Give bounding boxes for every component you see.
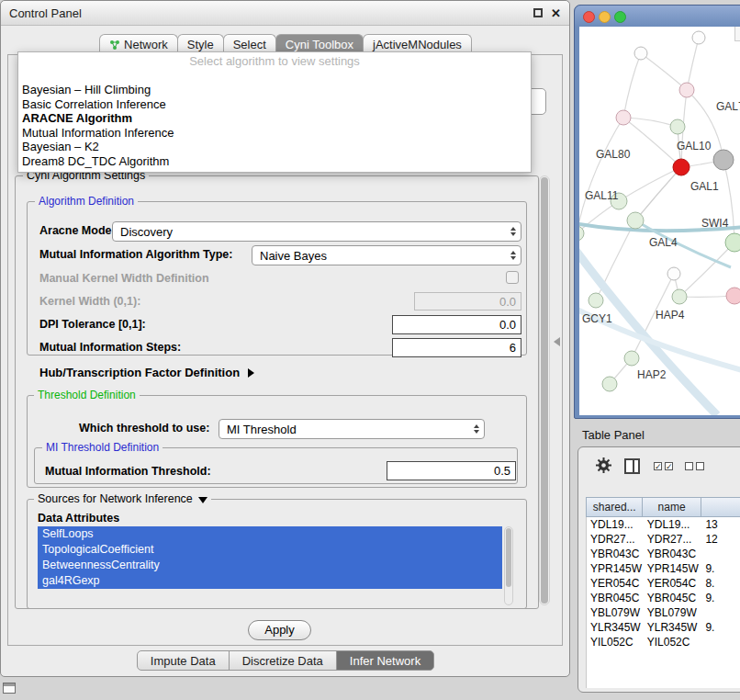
- table-row[interactable]: YDR27...YDR27...12: [587, 532, 740, 547]
- network-node-hap4[interactable]: [672, 289, 687, 304]
- table-row[interactable]: YLR345WYLR345W9.: [587, 620, 740, 635]
- control-panel-titlebar[interactable]: Control Panel ✕: [1, 1, 569, 26]
- manual-kernel-checkbox[interactable]: [506, 271, 519, 284]
- network-node[interactable]: [616, 110, 631, 125]
- apply-button[interactable]: Apply: [248, 620, 311, 640]
- network-node[interactable]: [692, 31, 705, 44]
- tab-label: Cyni Toolbox: [286, 38, 353, 51]
- attribute-item-betweennesscentrality[interactable]: BetweennessCentrality: [38, 558, 502, 573]
- network-node[interactable]: [602, 377, 617, 391]
- network-node[interactable]: [634, 47, 647, 60]
- mi-type-select[interactable]: Naive Bayes: [252, 245, 521, 265]
- table-row[interactable]: YBR043CYBR043C: [587, 547, 740, 561]
- table-row[interactable]: YBL079WYBL079W: [587, 605, 740, 620]
- network-window-titlebar[interactable]: [575, 6, 740, 27]
- tab-discretize-data[interactable]: Discretize Data: [229, 650, 337, 671]
- network-node-gal1[interactable]: [713, 150, 734, 170]
- network-node-gal10[interactable]: [670, 119, 685, 134]
- node-label: GCY1: [582, 312, 612, 325]
- select-all-icon[interactable]: ✓ ✓: [654, 462, 673, 470]
- combo-arrows-icon: [474, 424, 479, 434]
- node-label: HAP2: [637, 368, 667, 381]
- tab-label: Style: [187, 38, 214, 51]
- dropdown-item-bayesian-hill[interactable]: Bayesian – Hill Climbing: [18, 83, 531, 97]
- network-node[interactable]: [726, 288, 740, 304]
- zoom-button[interactable]: [614, 11, 626, 23]
- mi-threshold-field[interactable]: 0.5: [387, 461, 516, 480]
- settings-scrollbar[interactable]: [539, 175, 550, 605]
- tab-impute-data[interactable]: Impute Data: [137, 650, 230, 671]
- network-tab-icon: [109, 40, 120, 51]
- which-threshold-label: Which threshold to use:: [79, 422, 209, 435]
- network-node-gal4[interactable]: [627, 212, 644, 229]
- network-scrollbar[interactable]: [734, 27, 740, 41]
- network-node-hap2[interactable]: [624, 351, 639, 366]
- attribute-item-selfloops[interactable]: SelfLoops: [38, 526, 502, 542]
- node-label: HAP4: [656, 309, 685, 322]
- network-node-selected-red[interactable]: [673, 159, 690, 175]
- expanded-arrow-icon: [198, 497, 207, 503]
- float-window-icon[interactable]: [533, 8, 543, 17]
- collapsed-arrow-icon: [248, 368, 254, 378]
- network-node-swi4[interactable]: [725, 233, 740, 252]
- network-node-gcy1[interactable]: [589, 293, 603, 308]
- mi-threshold-label: Mutual Information Threshold:: [45, 465, 211, 478]
- table-panel-title: Table Panel: [582, 428, 645, 442]
- network-graph: GAL80 GAL11 GAL10 GAL1 SWI4 GAL4 GCY1 HA…: [579, 27, 740, 415]
- table-row[interactable]: YBR045CYBR045C9.: [587, 591, 740, 605]
- attribute-item-gal4rgexp[interactable]: gal4RGexp: [38, 573, 502, 589]
- kernel-width-field[interactable]: 0.0: [414, 292, 521, 310]
- aracne-mode-select[interactable]: Discovery: [112, 221, 521, 242]
- network-node[interactable]: [679, 83, 694, 97]
- column-header-shared-name[interactable]: shared...: [587, 498, 643, 516]
- table-toolbar: ✓ ✓: [578, 447, 740, 491]
- tab-label: jActiveMNodules: [373, 38, 462, 51]
- node-label: SWI4: [701, 217, 729, 230]
- network-canvas[interactable]: GAL80 GAL11 GAL10 GAL1 SWI4 GAL4 GCY1 HA…: [579, 27, 740, 415]
- algorithm-definition-title: Algorithm Definition: [35, 195, 138, 208]
- aracne-mode-label: Aracne Mode:: [39, 224, 116, 237]
- mi-steps-field[interactable]: 6: [392, 338, 521, 357]
- hub-definition-label: Hub/Transcription Factor Definition: [39, 366, 240, 379]
- column-header-name[interactable]: name: [643, 498, 701, 516]
- network-node[interactable]: [667, 267, 680, 280]
- table-panel-window: ✓ ✓ shared... name YDL19...YDL19...13 YD…: [577, 446, 740, 693]
- close-button[interactable]: [583, 11, 595, 23]
- which-threshold-value: MI Threshold: [227, 423, 297, 436]
- table-row[interactable]: YPR145WYPR145W9.: [587, 561, 740, 576]
- table-header: shared... name: [586, 497, 740, 517]
- dropdown-item-mutual-information[interactable]: Mutual Information Inference: [18, 126, 531, 141]
- sources-toggle[interactable]: Sources for Network Inference: [34, 492, 211, 505]
- node-label: GAL4: [649, 236, 678, 249]
- dropdown-item-aracne[interactable]: ARACNE Algorithm: [18, 111, 531, 126]
- gear-icon[interactable]: [595, 457, 612, 478]
- dropdown-item-dream8[interactable]: Dream8 DC_TDC Algorithm: [18, 154, 531, 169]
- node-label: GAL7: [716, 100, 740, 113]
- checked-box-icon: ✓: [665, 462, 673, 470]
- mi-type-label: Mutual Information Algorithm Type:: [39, 248, 232, 261]
- columns-icon[interactable]: [624, 458, 640, 474]
- table-body: YDL19...YDL19...13 YDR27...YDR27...12 YB…: [586, 517, 740, 688]
- panel-divider-arrow[interactable]: [554, 337, 560, 346]
- network-view-window[interactable]: GAL80 GAL11 GAL10 GAL1 SWI4 GAL4 GCY1 HA…: [574, 5, 740, 419]
- table-row[interactable]: YIL052CYIL052C: [587, 635, 740, 649]
- column-header-clipped[interactable]: [701, 498, 740, 516]
- attribute-item-topologicalcoefficient[interactable]: TopologicalCoefficient: [38, 542, 502, 558]
- node-label: GAL11: [585, 189, 619, 202]
- which-threshold-select[interactable]: MI Threshold: [219, 419, 485, 439]
- attribute-list-scrollbar[interactable]: [504, 526, 513, 605]
- sources-title: Sources for Network Inference: [38, 492, 193, 505]
- dropdown-item-bayesian-k2[interactable]: Bayesian – K2: [18, 140, 531, 154]
- minimized-panel-icon[interactable]: [3, 683, 16, 694]
- table-row[interactable]: YDL19...YDL19...13: [587, 517, 740, 532]
- table-row[interactable]: YER054CYER054C8.: [587, 576, 740, 591]
- tab-infer-network[interactable]: Infer Network: [336, 650, 434, 671]
- dpi-tolerance-field[interactable]: 0.0: [392, 315, 521, 334]
- dropdown-item-basic-correlation[interactable]: Basic Correlation Inference: [18, 97, 531, 112]
- minimize-button[interactable]: [599, 11, 611, 23]
- deselect-all-icon[interactable]: [685, 462, 704, 470]
- control-panel-window: Control Panel ✕ Network Style Se: [0, 0, 570, 677]
- window-title: Control Panel: [9, 6, 82, 20]
- hub-definition-toggle[interactable]: Hub/Transcription Factor Definition: [39, 366, 254, 379]
- close-window-icon[interactable]: ✕: [551, 7, 561, 19]
